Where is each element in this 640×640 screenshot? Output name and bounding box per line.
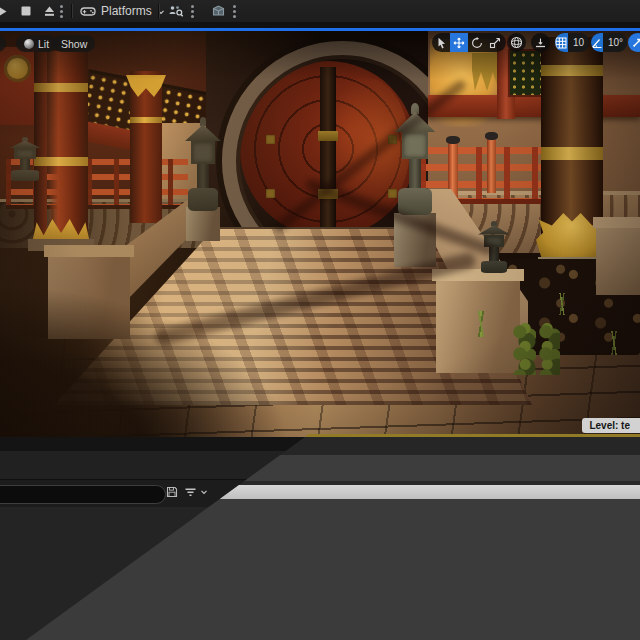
lit-sphere-icon <box>24 39 34 49</box>
platforms-button[interactable]: Platforms <box>80 3 164 19</box>
grid-snap-group: 10 <box>555 33 589 52</box>
filter-button[interactable] <box>184 486 208 498</box>
grid-snap-button[interactable] <box>555 33 568 52</box>
globe-icon <box>510 36 523 49</box>
rotate-icon <box>471 37 483 49</box>
filter-icon <box>184 486 197 498</box>
level-viewport[interactable]: e Lit Show <box>0 31 640 437</box>
level-status-badge[interactable]: Level: te <box>582 418 640 433</box>
scale-tool-button[interactable] <box>486 33 504 52</box>
main-toolbar: Platforms <box>0 0 640 22</box>
coordinate-system-button[interactable] <box>507 33 526 52</box>
surface-snap-icon <box>534 36 547 49</box>
kebab-menu-icon <box>233 5 236 8</box>
select-tool-button[interactable] <box>432 33 450 52</box>
angle-snap-icon <box>591 37 603 49</box>
rotation-snap-group: 10° <box>591 33 627 52</box>
stop-icon <box>20 5 32 17</box>
platforms-label: Platforms <box>101 4 152 18</box>
chevron-down-icon <box>200 488 208 496</box>
step-forward-button[interactable] <box>0 3 9 19</box>
angle-snap-button[interactable] <box>591 33 603 52</box>
unreal-editor-window: { "toolbar": { "platforms": { "label": "… <box>0 0 640 640</box>
search-input[interactable] <box>0 486 165 503</box>
eject-icon <box>43 5 56 18</box>
sessions-search-icon <box>168 4 184 18</box>
scene-vignette <box>0 31 640 437</box>
kebab-menu-icon <box>191 5 194 8</box>
transform-tools-group <box>432 33 506 52</box>
cursor-icon <box>436 37 447 49</box>
view-mode-button[interactable]: Lit <box>16 35 57 52</box>
play-options-kebab[interactable] <box>60 5 63 8</box>
viewport-3d-scene <box>0 31 640 437</box>
save-icon <box>166 486 178 498</box>
gamepad-icon <box>80 5 96 17</box>
rotate-tool-button[interactable] <box>468 33 486 52</box>
scale-icon <box>489 37 501 49</box>
save-search-button[interactable] <box>166 486 178 498</box>
search-box[interactable] <box>0 485 166 504</box>
camera-speed-icon <box>632 37 640 48</box>
move-tool-button[interactable] <box>450 33 468 52</box>
rotation-snap-value[interactable]: 10° <box>603 33 627 52</box>
step-forward-icon <box>0 5 8 18</box>
grid-snap-icon <box>555 37 567 49</box>
camera-speed-button[interactable] <box>628 33 640 52</box>
kebab-menu-icon <box>60 5 63 8</box>
surface-snapping-button[interactable] <box>531 33 550 52</box>
stop-button[interactable] <box>18 3 34 19</box>
eject-button[interactable] <box>40 3 58 19</box>
sessions-button[interactable] <box>166 3 186 19</box>
show-flags-button[interactable]: Show <box>53 35 95 52</box>
asset-box-icon <box>211 4 226 18</box>
sessions-kebab[interactable] <box>191 5 194 8</box>
show-label: Show <box>61 38 87 50</box>
toolbar-separator <box>158 4 160 18</box>
toolbar-separator <box>71 4 73 18</box>
grid-snap-value[interactable]: 10 <box>568 33 589 52</box>
view-mode-label: Lit <box>38 38 49 50</box>
asset-box-button[interactable] <box>208 3 228 19</box>
move-icon <box>453 37 465 49</box>
asset-kebab[interactable] <box>233 5 236 8</box>
